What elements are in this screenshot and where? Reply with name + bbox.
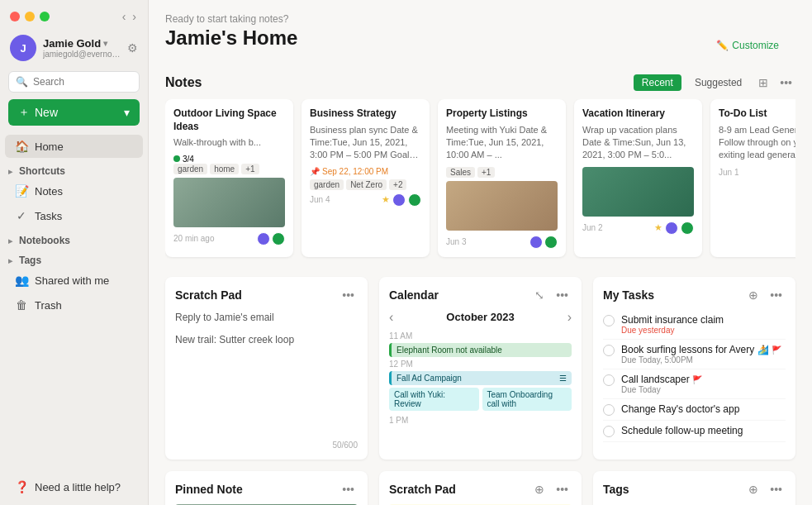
task-checkbox-2[interactable] xyxy=(603,345,615,356)
note-footer: Jun 1 ★ xyxy=(719,167,795,178)
customize-button[interactable]: ✏️ Customize xyxy=(716,40,779,51)
note-reminder: 📌 Sep 22, 12:00 PM xyxy=(310,167,421,176)
sidebar-section-shortcuts[interactable]: ▸ Shortcuts xyxy=(0,162,148,179)
scratch-more-button[interactable]: ••• xyxy=(339,287,358,303)
scratch-pad-widget: Scratch Pad ••• Reply to Jamie's email N… xyxy=(165,277,368,460)
note-card-property[interactable]: Property Listings Meeting with Yuki Date… xyxy=(438,99,566,257)
notes-icon: 📝 xyxy=(15,184,28,198)
note-card-vacation[interactable]: Vacation Itinerary Wrap up vacation plan… xyxy=(574,99,702,257)
chevron-right-icon-3: ▸ xyxy=(8,256,12,265)
tasks-more-button[interactable]: ••• xyxy=(767,287,786,303)
sidebar-item-notes[interactable]: 📝 Notes xyxy=(5,179,143,202)
notes-row: Outdoor Living Space Ideas Walk-through … xyxy=(165,99,795,260)
close-button[interactable] xyxy=(10,12,20,21)
pinned-note-widget: Pinned Note ••• xyxy=(165,471,368,505)
tasks-add-button[interactable]: ⊕ xyxy=(745,287,762,303)
calendar-header: Calendar ⤡ ••• xyxy=(389,287,572,303)
scratch-bottom-add-button[interactable]: ⊕ xyxy=(531,481,548,498)
tags-add-button[interactable]: ⊕ xyxy=(745,481,762,498)
calendar-nav: ‹ October 2023 › xyxy=(389,310,572,325)
suggested-filter-button[interactable]: Suggested xyxy=(686,74,750,91)
calendar-body: 11 AM Elephant Room not available 12 PM … xyxy=(389,331,572,425)
cal-event-elephant[interactable]: Elephant Room not available xyxy=(389,343,572,357)
calendar-prev-button[interactable]: ‹ xyxy=(389,310,393,325)
pinned-more-button[interactable]: ••• xyxy=(339,481,358,498)
task-checkbox-1[interactable] xyxy=(603,315,615,326)
task-text-2: Book surfing lessons for Avery 🏄 🚩 xyxy=(621,344,786,355)
cal-event-team[interactable]: Team Onboarding call with xyxy=(482,388,572,411)
note-footer: Jun 2 ★ xyxy=(582,222,694,235)
note-avatars xyxy=(529,236,558,249)
search-bar[interactable]: 🔍 ⌘F xyxy=(8,71,140,93)
note-actions: ★ xyxy=(382,193,421,207)
user-email: jamiegold@evernote.com xyxy=(43,50,121,59)
recent-filter-button[interactable]: Recent xyxy=(634,74,681,91)
sidebar-item-shared[interactable]: 👥 Shared with me xyxy=(5,269,143,292)
more-options-button[interactable]: ••• xyxy=(776,74,795,91)
note-title: Property Listings xyxy=(446,107,558,121)
scratch-counter: 50/600 xyxy=(175,441,358,450)
tags-more-button[interactable]: ••• xyxy=(767,481,786,498)
calendar-month: October 2023 xyxy=(446,311,514,323)
search-input[interactable] xyxy=(33,76,157,88)
note-title: Business Strategy xyxy=(310,107,421,121)
scratch-pad-title: Scratch Pad xyxy=(175,288,242,302)
sidebar-item-home[interactable]: 🏠 Home xyxy=(5,135,143,158)
tasks-list: Submit insurance claim Due yesterday Boo… xyxy=(603,310,786,442)
user-profile[interactable]: J Jamie Gold ▾ jamiegold@evernote.com ⚙ xyxy=(0,30,148,68)
cal-event-call[interactable]: Call with Yuki: Review xyxy=(389,388,479,411)
avatar-2 xyxy=(272,232,285,245)
scratch-bottom-more-button[interactable]: ••• xyxy=(553,481,572,498)
note-body: Meeting with Yuki Date & Time:Tue, Jun 1… xyxy=(446,124,558,162)
scratch-pad-content[interactable]: Reply to Jamie's email New trail: Sutter… xyxy=(175,310,358,434)
settings-button[interactable]: ⚙ xyxy=(127,41,138,55)
note-tags: garden home +1 xyxy=(173,164,285,174)
notes-controls: Recent Suggested ⊞ ••• xyxy=(634,74,795,91)
star-icon: ★ xyxy=(382,194,390,205)
avatar-1 xyxy=(392,193,406,207)
note-image xyxy=(446,181,558,231)
cal-event-fall[interactable]: Fall Ad Campaign ☰ xyxy=(389,371,572,385)
note-card-business[interactable]: Business Strategy Business plan sync Dat… xyxy=(302,99,430,257)
task-text-5: Schedule follow-up meeting xyxy=(621,425,743,436)
calendar-next-button[interactable]: › xyxy=(567,310,572,325)
tags-widget: Tags ⊕ ••• Adventure (11) Finds (10) Wan… xyxy=(593,471,795,505)
sidebar-item-help[interactable]: ❓ Need a little help? xyxy=(5,475,143,498)
calendar-more-button[interactable]: ••• xyxy=(553,287,572,303)
note-card-outdoor[interactable]: Outdoor Living Space Ideas Walk-through … xyxy=(165,99,293,257)
task-due-2: Due Today, 5:00PM xyxy=(621,355,786,364)
task-text-1: Submit insurance claim xyxy=(621,314,724,326)
note-body: Walk-through with b... xyxy=(173,136,285,149)
note-body: Business plan sync Date & Time:Tue, Jun … xyxy=(310,124,421,162)
avatar-2 xyxy=(681,222,694,235)
sidebar-section-tags[interactable]: ▸ Tags xyxy=(0,251,148,268)
task-checkbox-5[interactable] xyxy=(603,426,615,437)
minimize-button[interactable] xyxy=(25,12,35,21)
note-title: Outdoor Living Space Ideas xyxy=(173,107,285,133)
calendar-expand-button[interactable]: ⤡ xyxy=(531,287,548,303)
tags-title: Tags xyxy=(603,483,629,496)
user-info: Jamie Gold ▾ jamiegold@evernote.com xyxy=(43,37,121,59)
sidebar-section-notebooks[interactable]: ▸ Notebooks xyxy=(0,231,148,248)
back-button[interactable]: ‹ xyxy=(121,10,128,23)
grid-view-button[interactable]: ⊞ xyxy=(755,74,772,91)
tags-actions: ⊕ ••• xyxy=(745,481,786,498)
task-item-1: Submit insurance claim Due yesterday xyxy=(603,310,786,340)
scratch-line-1: Reply to Jamie's email xyxy=(175,310,358,326)
sidebar: ‹ › J Jamie Gold ▾ jamiegold@evernote.co… xyxy=(0,0,149,505)
task-due-3: Due Today xyxy=(621,385,702,394)
sidebar-item-trash[interactable]: 🗑 Trash xyxy=(5,293,143,317)
task-checkbox-4[interactable] xyxy=(603,404,615,416)
avatar-2 xyxy=(408,193,421,207)
sidebar-item-tasks[interactable]: ✓ Tasks xyxy=(5,204,143,227)
page-title: Jamie's Home xyxy=(165,26,297,50)
forward-button[interactable]: › xyxy=(131,10,138,23)
note-card-todo[interactable]: To-Do List 8-9 am Lead Generation Follow… xyxy=(710,99,795,257)
maximize-button[interactable] xyxy=(40,12,50,21)
reminder-icon: 📌 xyxy=(310,167,320,176)
note-footer: Jun 4 ★ xyxy=(310,193,421,207)
scratch-bottom-actions: ⊕ ••• xyxy=(531,481,572,498)
task-checkbox-3[interactable] xyxy=(603,374,615,386)
tags-header: Tags ⊕ ••• xyxy=(603,481,786,498)
new-button[interactable]: ＋ New ▾ xyxy=(8,99,140,126)
